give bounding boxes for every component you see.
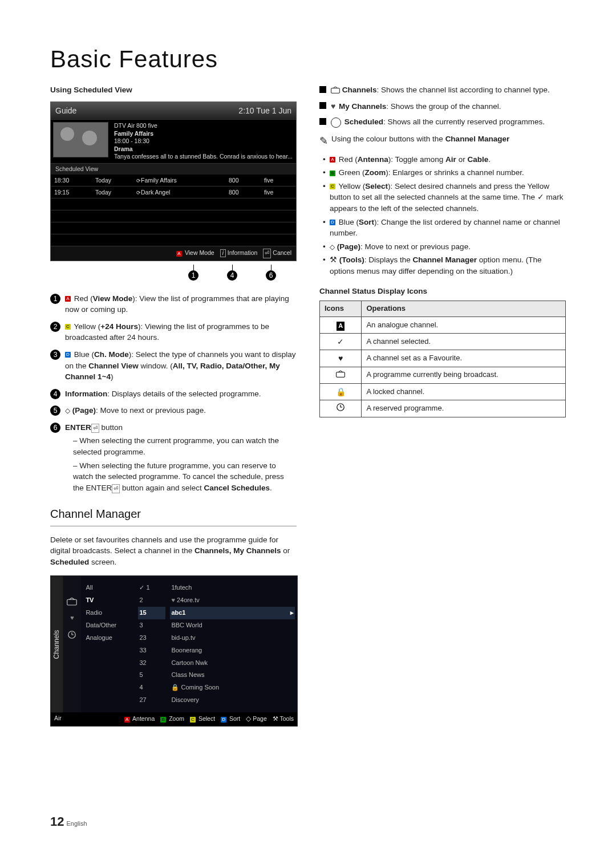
sub-item: When selecting the future programme, you…	[73, 460, 297, 494]
cm-channel-numbers: ✓ 1 2 15 3 23 33 32 5 4 27	[136, 576, 168, 712]
blue-button-icon	[221, 717, 226, 723]
sub-item: When selecting the current programme, yo…	[73, 435, 297, 457]
yellow-button-icon	[190, 717, 196, 723]
enter-icon: ⏎	[112, 484, 120, 494]
num-3: 3	[50, 350, 60, 360]
guide-prog-desc: Tanya confesses all to a stunned Babs. C…	[114, 153, 293, 161]
right-column: Channels: Shows the channel list accordi…	[319, 84, 566, 727]
table-row: 🔒 A locked channel.	[320, 384, 566, 400]
guide-row: 19:15 Today ⟳Dark Angel 800 five	[51, 186, 296, 198]
note: ✎ Using the colour buttons with the Chan…	[319, 133, 566, 148]
heart-icon: ♥	[320, 350, 362, 367]
clock-icon	[331, 117, 341, 128]
red-button-icon	[65, 296, 71, 302]
page-number: 12English	[50, 814, 87, 829]
table-row: A programme currently being broadcast.	[320, 367, 566, 383]
red-button-icon	[124, 717, 130, 723]
info-icon: i	[220, 249, 226, 257]
svg-rect-2	[331, 88, 340, 94]
guide-title: Guide	[55, 105, 76, 116]
mode-list: Channels: Shows the channel list accordi…	[319, 84, 566, 128]
channel-manager-heading: Channel Manager	[50, 506, 297, 522]
guide-programme-meta: DTV Air 800 five Family Affairs 18:00 - …	[111, 120, 296, 163]
guide-prog-time: 18:00 - 18:30	[114, 137, 293, 145]
status-th-ops: Operations	[362, 301, 566, 317]
yellow-button-icon	[330, 184, 335, 189]
red-button-icon	[176, 251, 182, 257]
hand-icon: ✎	[319, 133, 328, 148]
divider	[50, 526, 297, 526]
page-updown-icon: ◇	[330, 243, 335, 251]
page-updown-icon: ◇	[65, 407, 70, 415]
cm-tab-channels: Channels	[51, 576, 63, 712]
green-button-icon	[160, 717, 166, 723]
guide-clock: 2:10 Tue 1 Jun	[238, 105, 291, 116]
cm-cat-tv: TV	[84, 594, 132, 607]
table-row: ♥ A channel set as a Favourite.	[320, 350, 566, 367]
num-1: 1	[50, 294, 60, 304]
red-button-icon	[330, 157, 335, 163]
guide-prog-title: Family Affairs	[114, 130, 293, 138]
blue-button-icon	[330, 220, 335, 225]
cm-sidebar-icons: ♥	[63, 576, 81, 712]
table-row: A reserved programme.	[320, 400, 566, 417]
left-column: Using Scheduled View Guide 2:10 Tue 1 Ju…	[50, 84, 297, 727]
status-th-icons: Icons	[320, 301, 362, 317]
channels-icon	[67, 598, 77, 606]
svg-rect-0	[67, 599, 77, 605]
page-title: Basic Features	[50, 46, 566, 73]
scheduled-view-heading: Using Scheduled View	[50, 84, 297, 96]
square-bullet-icon	[319, 102, 326, 109]
num-2: 2	[50, 322, 60, 332]
channel-manager-figure: Channels ♥ All TV Radio Data/Other Analo…	[50, 575, 298, 727]
cm-cat-analogue: Analogue	[84, 632, 132, 644]
cm-cat-dataother: Data/Other	[84, 619, 132, 632]
cm-footer: Air Antenna Zoom Select Sort ◇ Page ⚒ To…	[51, 712, 297, 725]
cm-channel-names: 1futech ♥ 24ore.tv abc1 ▸ BBC World bid-…	[168, 576, 297, 712]
tv-icon	[320, 367, 362, 383]
guide-row: 18:30 Today ⟳Family Affairs 800 five	[51, 175, 296, 186]
guide-table: 18:30 Today ⟳Family Affairs 800 five 19:…	[51, 175, 296, 246]
table-row: ✓ A channel selected.	[320, 334, 566, 350]
guide-callouts: 1 4 6	[50, 268, 297, 283]
callout-4: 4	[227, 270, 237, 281]
cm-cat-all: All	[84, 582, 132, 594]
guide-channel-line: DTV Air 800 five	[114, 122, 293, 130]
colour-button-list: Red (Antenna): Toggle among Air or Cable…	[323, 154, 566, 277]
tools-icon: ⚒	[330, 255, 337, 264]
tools-icon: ⚒	[273, 715, 278, 722]
lock-icon: 🔒	[171, 684, 179, 691]
status-icons-table: Icons Operations A An analogue channel. …	[319, 301, 566, 417]
guide-prog-genre: Drama	[114, 145, 293, 153]
yellow-button-icon	[65, 324, 71, 330]
num-5: 5	[50, 405, 60, 416]
guide-figure: Guide 2:10 Tue 1 Jun DTV Air 800 five Fa…	[50, 102, 297, 261]
channels-icon	[331, 86, 340, 94]
callout-1: 1	[188, 270, 198, 281]
status-icons-heading: Channel Status Display Icons	[319, 286, 566, 297]
clock-icon	[67, 631, 77, 639]
cm-categories: All TV Radio Data/Other Analogue	[81, 576, 136, 712]
clock-icon	[320, 400, 362, 417]
lock-icon: 🔒	[320, 384, 362, 400]
num-4: 4	[50, 389, 60, 399]
svg-rect-3	[337, 372, 345, 377]
heart-icon: ♥	[331, 102, 335, 111]
cm-cat-radio: Radio	[84, 607, 132, 619]
guide-tab-scheduled: Scheduled View	[51, 164, 296, 175]
enter-icon: ⏎	[91, 424, 99, 433]
cm-footer-left: Air	[54, 714, 62, 724]
blue-button-icon	[65, 352, 71, 358]
guide-footer: View Mode i Information ⏎ Cancel	[51, 246, 296, 261]
num-6: 6	[50, 423, 60, 433]
callout-6: 6	[266, 270, 276, 281]
guide-thumbnail	[53, 122, 108, 157]
enter-icon: ⏎	[263, 249, 271, 258]
check-icon: ✓	[320, 334, 362, 350]
table-row: A An analogue channel.	[320, 317, 566, 333]
heart-icon: ♥	[70, 614, 74, 623]
analogue-icon: A	[337, 322, 345, 331]
guide-legend-list: 1 Red (View Mode): View the list of prog…	[50, 293, 297, 496]
square-bullet-icon	[319, 86, 326, 93]
square-bullet-icon	[319, 118, 326, 125]
